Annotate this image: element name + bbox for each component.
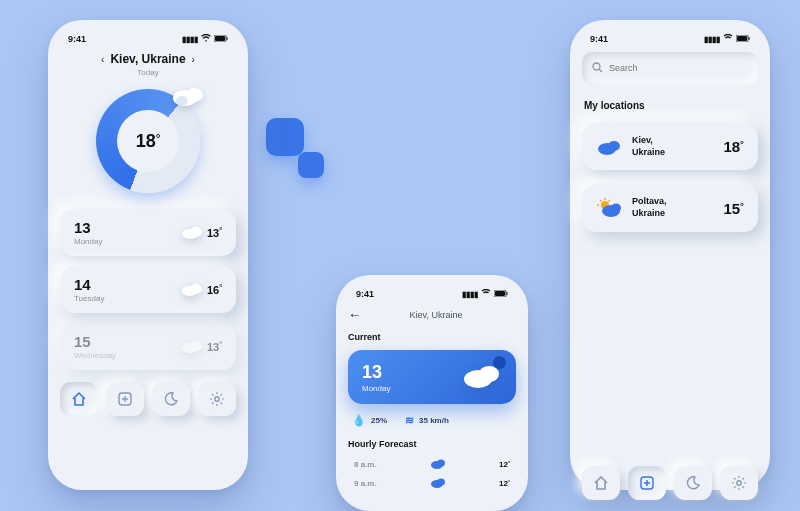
signal-icon: ▮▮▮▮ bbox=[462, 290, 478, 299]
status-indicators: ▮▮▮▮ bbox=[462, 289, 508, 299]
current-weather-icon bbox=[462, 360, 502, 394]
status-time: 9:41 bbox=[68, 34, 86, 44]
current-temp: 13 bbox=[362, 362, 390, 383]
tab-settings[interactable] bbox=[720, 466, 758, 500]
phone-locations: 9:41 ▮▮▮▮ My locations Kiev,Ukraine 18° … bbox=[570, 20, 770, 490]
wind-metric: ≋ 35 km/h bbox=[405, 414, 449, 427]
wifi-icon bbox=[481, 289, 491, 299]
wifi-icon bbox=[201, 34, 211, 44]
detail-location: Kiev, Ukraine bbox=[369, 310, 503, 320]
hourly-temp: 12° bbox=[482, 460, 510, 469]
day-card-tuesday[interactable]: 14 Tuesday 16° bbox=[60, 266, 236, 313]
cloud-icon bbox=[596, 138, 622, 155]
tab-settings[interactable] bbox=[198, 382, 236, 416]
humidity-metric: 💧 25% bbox=[352, 414, 387, 427]
section-title: My locations bbox=[584, 100, 756, 111]
battery-icon bbox=[494, 290, 508, 299]
location-title: Kiev, Ukraine bbox=[110, 52, 185, 66]
day-name: Monday bbox=[74, 237, 102, 246]
expand-icon[interactable] bbox=[493, 356, 506, 369]
svg-point-5 bbox=[176, 96, 188, 106]
day-card-monday[interactable]: 13 Monday 13° bbox=[60, 209, 236, 256]
svg-point-26 bbox=[593, 63, 600, 70]
decorative-square-small bbox=[298, 152, 324, 178]
location-temp: 15° bbox=[723, 200, 744, 217]
svg-point-7 bbox=[190, 227, 202, 237]
metrics-row: 💧 25% ≋ 35 km/h bbox=[348, 404, 516, 439]
tab-add[interactable] bbox=[628, 466, 666, 500]
svg-point-22 bbox=[437, 479, 445, 486]
status-time: 9:41 bbox=[590, 34, 608, 44]
status-indicators: ▮▮▮▮ bbox=[182, 34, 228, 44]
decorative-square-large bbox=[266, 118, 304, 156]
humidity-value: 25% bbox=[371, 416, 387, 425]
hourly-label: Hourly Forecast bbox=[348, 439, 516, 449]
day-temp: 13° bbox=[207, 341, 222, 353]
location-name: Poltava,Ukraine bbox=[632, 196, 713, 219]
svg-rect-2 bbox=[227, 37, 228, 40]
location-subtitle: Today bbox=[60, 68, 236, 77]
cloud-icon bbox=[181, 224, 203, 242]
current-card[interactable]: 13 Monday bbox=[348, 350, 516, 404]
status-bar: 9:41 ▮▮▮▮ bbox=[60, 32, 236, 52]
day-temp: 16° bbox=[207, 284, 222, 296]
tab-moon[interactable] bbox=[152, 382, 190, 416]
ring-temperature: 18° bbox=[136, 131, 161, 152]
svg-rect-16 bbox=[507, 292, 508, 295]
location-temp: 18° bbox=[723, 138, 744, 155]
svg-point-13 bbox=[215, 397, 219, 401]
svg-point-34 bbox=[737, 481, 741, 485]
search-box[interactable] bbox=[582, 52, 758, 84]
sun-cloud-icon bbox=[596, 198, 622, 218]
wind-icon: ≋ bbox=[405, 414, 414, 427]
tab-moon[interactable] bbox=[674, 466, 712, 500]
status-time: 9:41 bbox=[356, 289, 374, 299]
hourly-temp: 12° bbox=[482, 479, 510, 488]
signal-icon: ▮▮▮▮ bbox=[182, 35, 198, 44]
tab-bar bbox=[582, 466, 758, 500]
wifi-icon bbox=[723, 34, 733, 44]
status-indicators: ▮▮▮▮ bbox=[704, 34, 750, 44]
hourly-row: 9 a.m. 12° bbox=[348, 474, 516, 493]
location-header: ‹ Kiev, Ukraine › Today bbox=[60, 52, 236, 77]
day-temp: 13° bbox=[207, 227, 222, 239]
svg-point-20 bbox=[437, 460, 445, 467]
hourly-row: 8 a.m. 12° bbox=[348, 455, 516, 474]
back-button[interactable]: ← bbox=[348, 307, 361, 322]
tab-home[interactable] bbox=[60, 382, 98, 416]
tab-home[interactable] bbox=[582, 466, 620, 500]
wind-value: 35 km/h bbox=[419, 416, 449, 425]
svg-rect-15 bbox=[495, 291, 505, 296]
day-number: 13 bbox=[74, 219, 102, 236]
battery-icon bbox=[736, 35, 750, 44]
phone-home: 9:41 ▮▮▮▮ ‹ Kiev, Ukraine › Today 18° 13 bbox=[48, 20, 248, 490]
location-card-poltava[interactable]: Poltava,Ukraine 15° bbox=[582, 184, 758, 231]
temperature-ring: 18° bbox=[60, 89, 236, 193]
day-name: Tuesday bbox=[74, 294, 104, 303]
phone-detail: 9:41 ▮▮▮▮ ← Kiev, Ukraine Current 13 Mon… bbox=[336, 275, 528, 511]
next-location-button[interactable]: › bbox=[192, 54, 195, 65]
battery-icon bbox=[214, 35, 228, 44]
current-label: Current bbox=[348, 332, 516, 342]
location-name: Kiev,Ukraine bbox=[632, 135, 713, 158]
status-bar: 9:41 ▮▮▮▮ bbox=[582, 32, 758, 52]
droplet-icon: 💧 bbox=[352, 414, 366, 427]
prev-location-button[interactable]: ‹ bbox=[101, 54, 104, 65]
cloud-icon bbox=[430, 458, 446, 471]
tab-add[interactable] bbox=[106, 382, 144, 416]
search-input[interactable] bbox=[609, 63, 748, 73]
svg-rect-1 bbox=[215, 36, 225, 41]
cloud-icon bbox=[430, 477, 446, 490]
hourly-time: 9 a.m. bbox=[354, 479, 394, 488]
day-name: Wednesday bbox=[74, 351, 116, 360]
svg-line-27 bbox=[599, 69, 602, 72]
day-card-wednesday[interactable]: 15 Wednesday 13° bbox=[60, 323, 236, 370]
svg-point-9 bbox=[190, 284, 202, 294]
detail-header: ← Kiev, Ukraine bbox=[348, 307, 516, 322]
cloud-icon bbox=[172, 83, 206, 111]
svg-point-11 bbox=[190, 341, 202, 351]
svg-point-32 bbox=[611, 204, 621, 213]
cloud-icon bbox=[181, 281, 203, 299]
svg-point-29 bbox=[608, 141, 620, 151]
location-card-kiev[interactable]: Kiev,Ukraine 18° bbox=[582, 123, 758, 170]
